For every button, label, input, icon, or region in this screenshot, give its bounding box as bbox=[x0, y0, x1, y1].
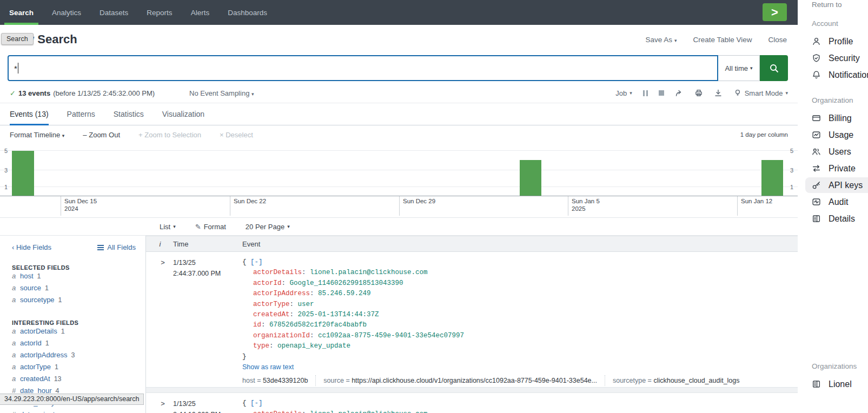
panel-item-details[interactable]: Details bbox=[812, 210, 868, 227]
search-mode-dropdown[interactable]: Smart Mode▾ bbox=[733, 89, 788, 97]
field-link-actorId[interactable]: actorId bbox=[20, 339, 42, 347]
tab-patterns[interactable]: Patterns bbox=[67, 103, 95, 125]
activity-icon bbox=[812, 197, 821, 206]
panel-item-billing[interactable]: Billing bbox=[812, 110, 868, 126]
timeline-bar[interactable] bbox=[761, 160, 783, 196]
zoom-out-button[interactable]: – Zoom Out bbox=[83, 131, 120, 139]
field-link-date_minute[interactable]: date_minute bbox=[20, 410, 59, 413]
json-value[interactable]: lionel.palacin@clickhouse.com bbox=[310, 410, 428, 413]
collapse-json-link[interactable]: [-] bbox=[250, 399, 263, 407]
events-timeline-chart[interactable]: 5 3 1 5 3 1 Sun Dec 152024 Sun Dec 22 Su… bbox=[0, 146, 798, 218]
caret-down-icon: ▾ bbox=[62, 133, 65, 138]
tab-statistics[interactable]: Statistics bbox=[114, 103, 144, 125]
nav-item-search[interactable]: Search bbox=[0, 0, 43, 25]
return-to-link[interactable]: Return to bbox=[812, 1, 868, 9]
timeline-scale-note: 1 day per column bbox=[740, 131, 788, 138]
save-as-button[interactable]: Save As ▾ bbox=[646, 36, 677, 44]
field-link-actorIpAddress[interactable]: actorIpAddress bbox=[20, 351, 67, 359]
x-tick: Sun Jan 12 bbox=[737, 196, 772, 216]
json-value[interactable]: lionel.palacin@clickhouse.com bbox=[310, 269, 428, 276]
event-json: { [-] actorDetails: lionel.palacin@click… bbox=[242, 257, 798, 362]
interesting-fields-title: INTERESTING FIELDS bbox=[12, 319, 145, 326]
nav-item-reports[interactable]: Reports bbox=[137, 0, 181, 25]
meta-value-source[interactable]: https://api.clickhouse.cloud/v1/organiza… bbox=[352, 377, 597, 384]
json-value[interactable]: user bbox=[298, 301, 314, 308]
nav-item-alerts[interactable]: Alerts bbox=[182, 0, 219, 25]
deselect-button[interactable]: × Deselect bbox=[220, 131, 253, 139]
panel-item-usage[interactable]: Usage bbox=[812, 126, 868, 143]
expand-chevron-icon[interactable]: > bbox=[153, 257, 173, 386]
panel-item-audit[interactable]: Audit bbox=[812, 194, 868, 210]
show-raw-text-link[interactable]: Show as raw text bbox=[242, 362, 798, 372]
all-fields-button[interactable]: All Fields bbox=[97, 243, 136, 251]
event-sampling-dropdown[interactable]: No Event Sampling ▾ bbox=[189, 89, 254, 97]
field-link-actorDetails[interactable]: actorDetails bbox=[20, 327, 57, 335]
timeline-bar[interactable] bbox=[12, 151, 34, 196]
event-meta-fields: host = 53de4339120b source = https://api… bbox=[242, 375, 798, 386]
field-link-sourcetype[interactable]: sourcetype bbox=[20, 296, 55, 304]
panel-item-profile[interactable]: Profile bbox=[812, 33, 868, 50]
list-view-dropdown[interactable]: List▾ bbox=[160, 223, 176, 231]
panel-item-api-keys[interactable]: API keys bbox=[812, 177, 868, 194]
json-value[interactable]: 2025-01-13T14:44:37Z bbox=[298, 311, 379, 318]
nav-item-analytics[interactable]: Analytics bbox=[43, 0, 90, 25]
panel-item-security[interactable]: Security bbox=[812, 50, 868, 66]
per-page-dropdown[interactable]: 20 Per Page▾ bbox=[246, 223, 290, 231]
panel-item-private-endpoints[interactable]: Private bbox=[812, 160, 868, 177]
stop-button[interactable] bbox=[659, 90, 664, 96]
field-row: acreatedAt13 bbox=[12, 375, 145, 385]
format-results-button[interactable]: ✎Format bbox=[195, 223, 226, 231]
share-button[interactable] bbox=[675, 89, 684, 97]
export-button[interactable] bbox=[714, 89, 723, 97]
splunk-logo-icon[interactable]: > bbox=[763, 3, 787, 21]
hide-fields-button[interactable]: ‹ Hide Fields bbox=[12, 243, 51, 251]
x-tick: Sun Jan 52025 bbox=[568, 196, 600, 216]
results-display-bar: List▾ ✎Format 20 Per Page▾ bbox=[0, 218, 798, 236]
job-status-bar: ✓ 13 events (before 1/13/25 2:45:32.000 … bbox=[0, 83, 798, 103]
nav-item-dashboards[interactable]: Dashboards bbox=[218, 0, 276, 25]
panel-item-users[interactable]: Users bbox=[812, 143, 868, 160]
close-button[interactable]: Close bbox=[768, 36, 787, 44]
timeline-plot[interactable]: 5 3 1 5 3 1 bbox=[0, 146, 798, 196]
field-link-source[interactable]: source bbox=[20, 284, 41, 292]
y-axis-label-right: 3 bbox=[790, 167, 793, 174]
panel-item-notifications[interactable]: Notifications bbox=[812, 66, 868, 83]
field-link-createdAt[interactable]: createdAt bbox=[20, 375, 50, 383]
col-header-info: i bbox=[153, 240, 173, 248]
panel-item-organization-lionel[interactable]: Lionel bbox=[812, 376, 868, 392]
field-row: aactorId1 bbox=[12, 339, 145, 350]
format-timeline-dropdown[interactable]: Format Timeline ▾ bbox=[10, 131, 64, 139]
timeline-bar[interactable] bbox=[520, 160, 541, 196]
json-value[interactable]: Google_114602629918513043390 bbox=[290, 279, 403, 287]
pause-button[interactable] bbox=[643, 90, 648, 96]
json-value[interactable]: 678526d582c1f20fac4babfb bbox=[269, 321, 367, 329]
json-value[interactable]: 85.246.59.249 bbox=[318, 290, 371, 297]
download-icon bbox=[714, 89, 723, 97]
search-input[interactable]: * bbox=[8, 55, 718, 81]
zoom-to-selection-button[interactable]: + Zoom to Selection bbox=[138, 131, 201, 139]
printer-icon bbox=[694, 89, 703, 97]
collapse-json-link[interactable]: [-] bbox=[250, 258, 263, 266]
search-header: Search New Search Save As ▾ Create Table… bbox=[0, 25, 798, 54]
tab-visualization[interactable]: Visualization bbox=[162, 103, 204, 125]
field-row: asource1 bbox=[12, 284, 145, 295]
job-menu[interactable]: Job▾ bbox=[615, 89, 632, 97]
field-link-host[interactable]: host bbox=[20, 272, 34, 280]
expand-chevron-icon[interactable]: > bbox=[153, 398, 173, 413]
job-done-check-icon: ✓ bbox=[10, 89, 16, 97]
share-icon bbox=[675, 89, 684, 97]
json-value[interactable]: openapi_key_update bbox=[277, 342, 350, 350]
search-submit-button[interactable] bbox=[760, 55, 788, 81]
json-value[interactable]: cc1092aa-8775-459e-9401-33e54ec07997 bbox=[318, 332, 464, 339]
tab-events[interactable]: Events (13) bbox=[10, 103, 49, 125]
field-link-actorType[interactable]: actorType bbox=[20, 363, 51, 371]
print-button[interactable] bbox=[694, 89, 703, 97]
meta-value-host[interactable]: 53de4339120b bbox=[263, 377, 308, 384]
gridline-5 bbox=[0, 150, 798, 151]
time-range-picker[interactable]: All time▾ bbox=[718, 55, 760, 81]
timeline-x-axis: Sun Dec 152024 Sun Dec 22 Sun Dec 29 Sun… bbox=[0, 196, 798, 216]
gridline-1 bbox=[0, 186, 798, 187]
create-table-view-button[interactable]: Create Table View bbox=[693, 36, 752, 44]
nav-item-datasets[interactable]: Datasets bbox=[90, 0, 137, 25]
meta-value-sourcetype[interactable]: clickhouse_cloud_audit_logs bbox=[653, 377, 739, 384]
